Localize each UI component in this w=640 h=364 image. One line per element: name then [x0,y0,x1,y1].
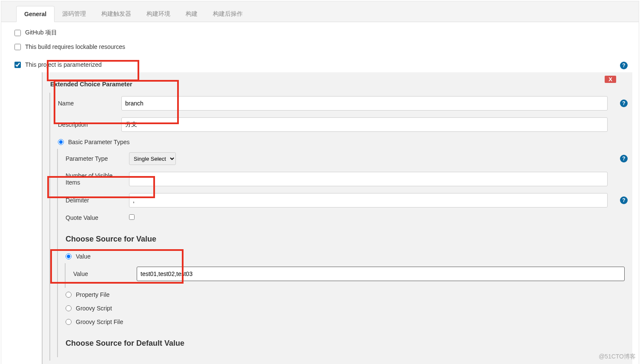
label-quote-value: Quote Value [66,214,127,221]
help-icon[interactable]: ? [620,155,628,162]
checkbox-lockable[interactable] [14,44,21,50]
help-icon[interactable]: ? [620,196,628,204]
checkbox-github-project[interactable] [14,30,21,36]
label-source-value: Value [76,253,91,260]
extended-choice-parameter-block: X Extended Choice Parameter Name ? [42,72,632,364]
input-value[interactable] [137,267,625,281]
label-lockable: This build requires lockable resources [25,43,125,50]
tab-scm[interactable]: 源码管理 [55,6,94,22]
label-groovy-script-file: Groovy Script File [76,318,123,325]
tab-env[interactable]: 构建环境 [139,6,178,22]
label-description: Description [58,121,120,128]
label-property-file: Property File [76,291,109,298]
row-lockable: This build requires lockable resources [8,41,632,53]
label-delimiter: Delimiter [66,197,127,204]
label-basic-parameter-types: Basic Parameter Types [68,139,129,145]
tab-postbuild[interactable]: 构建后操作 [205,6,250,22]
heading-choose-source-default: Choose Source for Default Value [58,329,632,354]
radio-basic-parameter-types[interactable] [58,139,64,145]
select-parameter-type[interactable]: Single Select [129,152,176,165]
label-value-field: Value [73,270,135,277]
label-visible-items: Number of Visible Items [66,172,127,186]
config-tabs: General 源码管理 构建触发器 构建环境 构建 构建后操作 [1,1,639,22]
label-groovy-script: Groovy Script [76,305,112,312]
checkbox-quote-value[interactable] [129,214,135,220]
row-github-project: GitHub 项目 [8,26,632,39]
heading-choose-source-value: Choose Source for Value [58,225,632,250]
watermark: @51CTO博客 [599,353,636,361]
label-name: Name [58,100,120,107]
input-delimiter[interactable] [129,193,608,208]
help-icon[interactable]: ? [620,100,628,107]
row-groovy-script-file: Groovy Script File [58,315,632,329]
radio-groovy-script-file[interactable] [66,319,72,325]
section-header-extended-choice: Extended Choice Parameter [43,72,632,93]
tab-triggers[interactable]: 构建触发器 [94,6,139,22]
label-parameter-type: Parameter Type [66,155,127,162]
row-property-file: Property File [58,288,632,301]
label-github-project: GitHub 项目 [25,29,57,37]
row-source-value: Value [58,250,632,263]
checkbox-parameterized[interactable] [14,62,21,68]
input-description[interactable] [121,117,608,132]
help-icon[interactable]: ? [620,62,628,69]
tab-general[interactable]: General [16,6,55,22]
label-parameterized: This project is parameterized [25,61,102,68]
row-basic-parameter-types: Basic Parameter Types [50,135,632,149]
input-name[interactable] [121,96,608,111]
tab-build[interactable]: 构建 [178,6,205,22]
input-visible-items[interactable] [129,172,608,186]
row-parameterized: This project is parameterized [8,59,615,71]
row-groovy-script: Groovy Script [58,301,632,315]
radio-property-file[interactable] [66,292,72,298]
radio-groovy-script[interactable] [66,305,72,311]
radio-source-value[interactable] [66,253,72,259]
delete-parameter-button[interactable]: X [605,76,616,83]
